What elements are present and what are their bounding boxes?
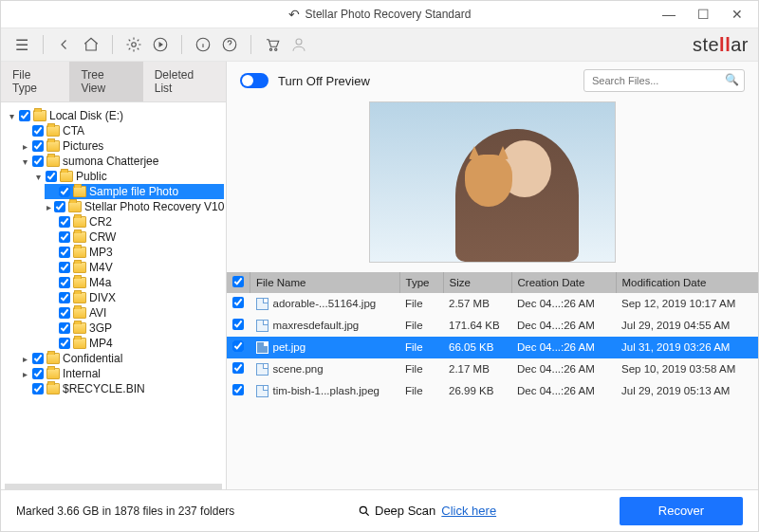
file-icon bbox=[256, 341, 268, 354]
folder-icon bbox=[46, 353, 60, 364]
folder-tree[interactable]: ▾Local Disk (E:) CTA ▸Pictures ▾sumona C… bbox=[1, 102, 226, 484]
preview-toggle-label: Turn Off Preview bbox=[278, 74, 370, 88]
tree-node[interactable]: ▸Stellar Photo Recovery V10 bbox=[45, 199, 224, 214]
file-icon bbox=[256, 385, 268, 397]
home-icon[interactable] bbox=[80, 33, 102, 56]
tree-node[interactable]: ▾Public bbox=[31, 169, 224, 184]
tree-node[interactable]: MP3 bbox=[45, 245, 224, 260]
table-row[interactable]: scene.pngFile2.17 MBDec 04...:26 AMSep 1… bbox=[227, 358, 758, 380]
file-type: File bbox=[399, 315, 443, 337]
search-icon[interactable]: 🔍 bbox=[725, 73, 739, 86]
resume-icon[interactable] bbox=[149, 33, 172, 56]
file-modification-date: Jul 29, 2019 04:55 AM bbox=[616, 315, 758, 337]
file-name: scene.png bbox=[273, 363, 324, 375]
help-icon[interactable] bbox=[218, 33, 241, 56]
tree-node[interactable]: M4V bbox=[45, 260, 224, 275]
svg-point-7 bbox=[360, 506, 366, 513]
file-modification-date: Sep 12, 2019 10:17 AM bbox=[616, 293, 758, 315]
row-checkbox[interactable] bbox=[232, 319, 244, 330]
tab-deleted-list[interactable]: Deleted List bbox=[143, 62, 226, 101]
svg-point-0 bbox=[132, 43, 137, 47]
file-creation-date: Dec 04...:26 AM bbox=[511, 337, 616, 358]
folder-icon bbox=[60, 171, 73, 182]
file-type: File bbox=[399, 380, 443, 402]
folder-icon bbox=[73, 277, 86, 288]
window-title: Stellar Photo Recovery Standard bbox=[305, 8, 472, 21]
title-bar: ↶ Stellar Photo Recovery Standard — ☐ ✕ bbox=[1, 1, 758, 28]
folder-icon bbox=[46, 383, 60, 394]
table-row[interactable]: pet.jpgFile66.05 KBDec 04...:26 AMJul 31… bbox=[227, 337, 758, 358]
footer: Marked 3.66 GB in 1878 files in 237 fold… bbox=[1, 489, 758, 531]
table-row[interactable]: maxresdefault.jpgFile171.64 KBDec 04...:… bbox=[227, 315, 758, 337]
tree-node-root[interactable]: ▾Local Disk (E:) bbox=[5, 108, 224, 123]
back-icon[interactable] bbox=[53, 33, 76, 56]
tree-node[interactable]: AVI bbox=[45, 305, 224, 321]
row-checkbox[interactable] bbox=[232, 297, 244, 308]
col-creation-date[interactable]: Creation Date bbox=[511, 272, 616, 293]
col-modification-date[interactable]: Modification Date bbox=[616, 272, 758, 293]
brand-logo: stellar bbox=[693, 34, 749, 56]
row-checkbox[interactable] bbox=[232, 384, 244, 395]
file-creation-date: Dec 04...:26 AM bbox=[511, 380, 616, 402]
tree-node[interactable]: ▸Pictures bbox=[18, 138, 224, 154]
folder-icon bbox=[73, 231, 86, 243]
tree-node[interactable]: ▸Internal bbox=[18, 366, 224, 381]
file-name: pet.jpg bbox=[273, 341, 306, 353]
tree-node[interactable]: M4a bbox=[45, 275, 224, 290]
file-size: 2.57 MB bbox=[443, 293, 511, 315]
tree-checkbox[interactable] bbox=[19, 110, 30, 121]
tree-node[interactable]: CRW bbox=[45, 229, 224, 245]
folder-icon bbox=[73, 307, 86, 319]
minimize-button[interactable]: — bbox=[652, 1, 686, 28]
menu-icon[interactable]: ☰ bbox=[10, 33, 33, 56]
col-size[interactable]: Size bbox=[443, 272, 511, 293]
folder-icon bbox=[46, 140, 60, 152]
preview-toggle[interactable] bbox=[240, 73, 268, 88]
tree-node[interactable]: DIVX bbox=[45, 290, 224, 305]
tree-node-selected[interactable]: Sample file Photo bbox=[45, 184, 224, 199]
folder-icon bbox=[73, 338, 86, 349]
recover-button[interactable]: Recover bbox=[620, 497, 743, 525]
undo-icon[interactable]: ↶ bbox=[288, 7, 300, 22]
file-type: File bbox=[399, 293, 443, 315]
search-input[interactable] bbox=[583, 69, 745, 92]
file-modification-date: Jul 31, 2019 03:26 AM bbox=[616, 337, 758, 358]
cart-icon[interactable] bbox=[261, 33, 284, 56]
row-checkbox[interactable] bbox=[232, 340, 244, 352]
tab-file-type[interactable]: File Type bbox=[1, 62, 69, 101]
tree-node[interactable]: ▾sumona Chatterjee bbox=[18, 154, 224, 169]
svg-point-4 bbox=[269, 48, 271, 50]
tree-node[interactable]: MP4 bbox=[45, 336, 224, 351]
tree-node[interactable]: $RECYCLE.BIN bbox=[18, 381, 224, 396]
right-panel: Turn Off Preview 🔍 File Name Type Size C… bbox=[227, 62, 758, 489]
tab-tree-view[interactable]: Tree View bbox=[69, 62, 142, 101]
deepscan-link[interactable]: Click here bbox=[441, 504, 496, 518]
preview-image bbox=[369, 101, 616, 263]
file-modification-date: Sep 10, 2019 03:58 AM bbox=[616, 358, 758, 380]
toolbar: ☰ stellar bbox=[1, 28, 758, 62]
gear-icon[interactable] bbox=[122, 33, 145, 56]
maximize-button[interactable]: ☐ bbox=[686, 1, 720, 28]
folder-icon bbox=[73, 216, 86, 228]
row-checkbox[interactable] bbox=[232, 362, 244, 374]
file-icon bbox=[256, 320, 268, 332]
user-icon[interactable] bbox=[287, 33, 310, 56]
folder-icon bbox=[46, 156, 60, 167]
tree-node[interactable]: CR2 bbox=[45, 214, 224, 229]
tree-node[interactable]: 3GP bbox=[45, 321, 224, 336]
table-row[interactable]: tim-bish-1...plash.jpegFile26.99 KBDec 0… bbox=[227, 380, 758, 402]
col-type[interactable]: Type bbox=[399, 272, 443, 293]
folder-icon bbox=[46, 368, 60, 379]
table-row[interactable]: adorable-...51164.jpgFile2.57 MBDec 04..… bbox=[227, 293, 758, 315]
tree-node[interactable]: CTA bbox=[18, 123, 224, 138]
file-list[interactable]: File Name Type Size Creation Date Modifi… bbox=[227, 272, 758, 489]
file-size: 26.99 KB bbox=[443, 380, 511, 402]
tree-node[interactable]: ▸Confidential bbox=[18, 351, 224, 366]
close-button[interactable]: ✕ bbox=[720, 1, 754, 28]
folder-icon bbox=[73, 186, 86, 197]
col-filename[interactable]: File Name bbox=[250, 272, 400, 293]
file-size: 171.64 KB bbox=[443, 315, 511, 337]
file-type: File bbox=[399, 358, 443, 380]
select-all-checkbox[interactable] bbox=[232, 276, 244, 287]
info-icon[interactable] bbox=[192, 33, 214, 56]
